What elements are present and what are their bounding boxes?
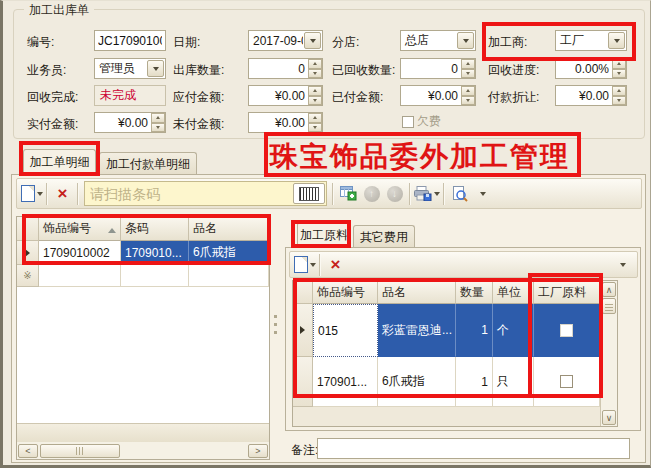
debt-checkbox[interactable]: 欠费 <box>402 113 441 130</box>
scroll-left-button[interactable]: < <box>18 444 38 458</box>
discount-spinner[interactable]: ¥0.00 <box>555 85 627 106</box>
column-header-barcode[interactable]: 条码 <box>121 217 189 241</box>
new-row-button[interactable] <box>20 182 43 206</box>
scrollbar-thumb[interactable] <box>40 444 120 458</box>
preview-search-button[interactable] <box>448 182 471 206</box>
tab-payment-detail[interactable]: 加工付款单明细 <box>99 152 197 175</box>
scroll-up-button[interactable]: ∧ <box>602 282 616 297</box>
new-row[interactable]: ※ <box>17 265 269 287</box>
progress-spinner[interactable]: 0.00% <box>555 58 627 79</box>
cell-factory-material[interactable] <box>534 357 600 407</box>
move-up-button[interactable]: ↑ <box>360 182 383 206</box>
delete-row-button[interactable]: × <box>51 182 74 206</box>
cell-code[interactable]: 170901... <box>313 357 378 407</box>
cell-qty[interactable]: 1 <box>456 357 493 407</box>
cell-name[interactable]: 彩蓝雷恩迪... <box>378 304 456 357</box>
panel-splitter[interactable] <box>274 310 277 334</box>
number-input[interactable] <box>94 30 166 51</box>
column-header-name[interactable]: 品名 <box>378 281 456 304</box>
remarks-input[interactable] <box>317 438 630 459</box>
splitter-grip-icon <box>274 310 277 334</box>
toolbar-separator <box>409 183 411 205</box>
tab-processing-materials[interactable]: 加工原料 <box>297 222 351 248</box>
chevron-down-icon <box>480 192 486 199</box>
new-document-icon <box>21 185 35 202</box>
scroll-down-button[interactable]: ∨ <box>602 410 616 425</box>
spinner-buttons-icon[interactable] <box>308 113 322 132</box>
chevron-down-icon[interactable] <box>608 32 625 49</box>
spinner-buttons-icon[interactable] <box>308 86 322 105</box>
column-header-unit[interactable]: 单位 <box>493 281 534 304</box>
factory-material-checkbox[interactable] <box>560 375 573 388</box>
row-arrow-icon <box>300 326 305 334</box>
chevron-down-icon <box>37 192 43 199</box>
page-magnifier-icon <box>452 186 468 202</box>
cell-barcode[interactable]: 1709010... <box>121 241 189 265</box>
current-row-indicator <box>293 304 313 357</box>
unpaid-spinner[interactable]: ¥0.00 <box>248 112 323 133</box>
recovery-status-box: 未完成 <box>94 85 166 106</box>
chevron-down-icon <box>310 263 316 270</box>
tab-order-detail[interactable]: 加工单明细 <box>23 149 96 175</box>
cell-code[interactable]: 1709010002 <box>39 241 121 265</box>
column-header-qty[interactable]: 数量 <box>456 281 493 304</box>
move-down-button[interactable]: ↓ <box>383 182 406 206</box>
row-indicator-header <box>17 217 39 241</box>
payable-spinner[interactable]: ¥0.00 <box>248 85 323 106</box>
column-header-name[interactable]: 品名 <box>189 217 269 241</box>
barcode-icon <box>299 187 319 201</box>
checkbox-icon[interactable] <box>402 116 414 128</box>
column-header-code[interactable]: 饰品编号 <box>313 281 378 304</box>
scrollbar-thumb[interactable] <box>602 298 616 314</box>
vertical-scrollbar[interactable]: ∧ ∨ <box>600 281 617 426</box>
table-row[interactable]: 170901... 6爪戒指 1 只 <box>293 357 600 407</box>
paid-spinner[interactable]: ¥0.00 <box>400 85 476 106</box>
print-button[interactable] <box>414 182 440 206</box>
spinner-buttons-icon[interactable] <box>461 59 475 78</box>
chevron-down-icon[interactable] <box>304 32 321 49</box>
date-combo[interactable]: 2017-09-0 <box>248 30 323 51</box>
toolbar-overflow-button[interactable] <box>611 253 634 277</box>
toolbar-overflow-button[interactable] <box>471 182 494 206</box>
cell-unit[interactable]: 个 <box>493 304 534 357</box>
column-header-factory-material[interactable]: 工厂原料 <box>534 281 600 304</box>
cell-code[interactable]: 015 <box>313 304 378 357</box>
chevron-down-icon[interactable] <box>147 60 164 77</box>
spinner-buttons-icon[interactable] <box>612 86 626 105</box>
row-indicator-header <box>293 281 313 304</box>
processor-combo[interactable]: 工厂 <box>555 30 627 51</box>
tab-other-fees[interactable]: 其它费用 <box>353 225 415 248</box>
chevron-down-icon[interactable] <box>457 32 474 49</box>
spinner-buttons-icon[interactable] <box>151 113 165 132</box>
chevron-down-icon <box>434 192 440 199</box>
barcode-scan-input[interactable] <box>85 183 293 204</box>
cell-factory-material[interactable] <box>534 304 600 357</box>
new-material-button[interactable] <box>293 253 316 277</box>
spinner-buttons-icon[interactable] <box>461 86 475 105</box>
factory-material-checkbox[interactable] <box>560 324 573 337</box>
cell-qty[interactable]: 1 <box>456 304 493 357</box>
actual-paid-spinner[interactable]: ¥0.00 <box>94 112 166 133</box>
cell-name[interactable]: 6爪戒指 <box>189 241 269 265</box>
spinner-buttons-icon[interactable] <box>308 59 322 78</box>
table-row[interactable]: 1709010002 1709010... 6爪戒指 <box>17 241 269 265</box>
column-header-code[interactable]: 饰品编号 <box>39 217 121 241</box>
import-items-button[interactable] <box>337 182 360 206</box>
recovered-qty-spinner[interactable]: 0 <box>400 58 476 79</box>
order-items-grid: 饰品编号 条码 品名 1709010002 1709010... 6爪戒指 ※ <box>16 216 270 460</box>
row-arrow-icon <box>25 249 30 257</box>
recovered-qty-label: 已回收数量: <box>332 62 395 79</box>
salesman-combo[interactable]: 管理员 <box>94 58 166 79</box>
horizontal-scrollbar[interactable]: < > <box>17 442 269 459</box>
out-qty-spinner[interactable]: 0 <box>248 58 323 79</box>
thumb-grip-icon <box>76 447 85 455</box>
spinner-buttons-icon[interactable] <box>612 59 626 78</box>
cell-name[interactable]: 6爪戒指 <box>378 357 456 407</box>
table-row[interactable]: 015 彩蓝雷恩迪... 1 个 <box>293 304 600 357</box>
barcode-button[interactable] <box>293 183 325 204</box>
branch-combo[interactable]: 总店 <box>400 30 476 51</box>
paid-label: 已付金额: <box>332 89 383 106</box>
scroll-right-button[interactable]: > <box>248 444 268 458</box>
delete-material-button[interactable]: × <box>324 253 347 277</box>
cell-unit[interactable]: 只 <box>493 357 534 407</box>
